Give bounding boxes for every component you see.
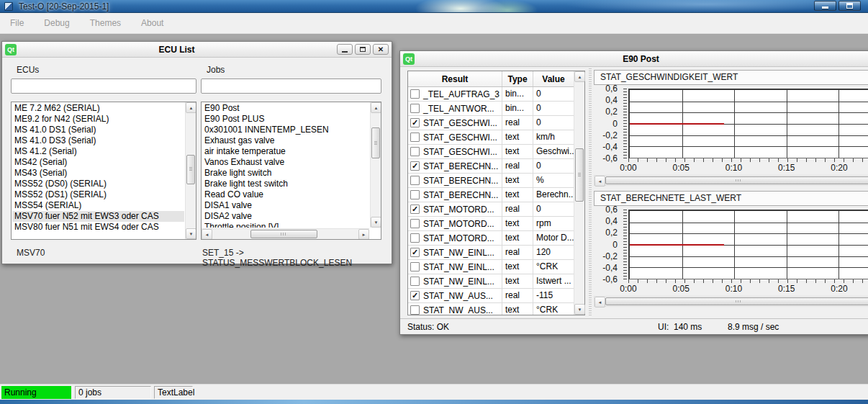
list-item[interactable]: MSV70 fuer N52 mit EWS3 oder CAS xyxy=(12,211,184,222)
minimize-button[interactable] xyxy=(814,1,836,11)
table-row[interactable]: _TEL_AUFTRAG_3bin...0 xyxy=(408,87,574,102)
list-item[interactable]: E90 Post PLUS xyxy=(202,114,369,125)
table-row[interactable]: ✓STAT_MOTORD...real0 xyxy=(408,202,574,217)
ecu-window-titlebar[interactable]: Qt ECU List ✕ xyxy=(2,42,392,58)
row-checkbox[interactable] xyxy=(410,233,420,243)
list-item[interactable]: MSS52 (DS0) (SERIAL) xyxy=(12,179,184,189)
row-checkbox[interactable] xyxy=(410,89,420,99)
list-item[interactable]: MSS54 (SERIAL) xyxy=(12,200,184,211)
scrollbar-track[interactable] xyxy=(212,229,358,239)
table-row[interactable]: ✓STAT_BERECHN...real0 xyxy=(408,159,574,174)
scrollbar-track[interactable] xyxy=(371,113,381,217)
row-checkbox[interactable]: ✓ xyxy=(410,161,420,171)
results-table-vscrollbar[interactable]: ▲ ▼ xyxy=(574,71,584,315)
scrollbar-track[interactable] xyxy=(574,82,584,304)
scrollbar-thumb[interactable] xyxy=(371,127,380,158)
maximize-button[interactable] xyxy=(838,1,861,11)
table-row[interactable]: ✓STAT_NW_EINL...real120 xyxy=(408,246,574,260)
header-value[interactable]: Value xyxy=(533,71,574,86)
scroll-left-button[interactable]: ◄ xyxy=(595,176,605,187)
header-result[interactable]: Result xyxy=(408,71,502,86)
scroll-right-button[interactable]: ► xyxy=(358,229,369,240)
menu-item-about[interactable]: About xyxy=(134,15,171,31)
table-row[interactable]: ✓STAT_GESCHWI...real0 xyxy=(408,116,574,130)
table-row[interactable]: STAT_BERECHN...textBerechn... xyxy=(408,188,574,202)
row-checkbox[interactable] xyxy=(410,190,420,199)
row-checkbox[interactable] xyxy=(410,305,420,315)
scrollbar-thumb[interactable] xyxy=(605,297,868,305)
list-item[interactable]: 0x301001 INNENTEMP_LESEN xyxy=(202,125,369,135)
header-type[interactable]: Type xyxy=(502,71,533,86)
chart-hscrollbar[interactable]: ◄ xyxy=(594,296,868,307)
row-checkbox[interactable] xyxy=(410,262,420,271)
ecu-close-button[interactable]: ✕ xyxy=(373,44,389,55)
table-row[interactable]: ✓STAT_NW_AUS...real-115 xyxy=(408,289,574,303)
scrollbar-thumb[interactable] xyxy=(605,176,868,184)
scrollbar-track[interactable] xyxy=(186,113,196,228)
list-item[interactable]: Read CO value xyxy=(202,189,369,200)
ecu-minimize-button[interactable] xyxy=(337,44,353,55)
row-checkbox[interactable] xyxy=(410,277,420,286)
table-row[interactable]: STAT_NW_EINL...textIstwert ... xyxy=(408,274,574,289)
scroll-down-button[interactable]: ▼ xyxy=(574,304,585,315)
table-row[interactable]: STAT_GESCHWI...textkm/h xyxy=(408,130,574,145)
table-row[interactable]: _TEL_ANTWOR...bin...0 xyxy=(408,102,574,116)
row-checkbox[interactable] xyxy=(410,219,420,228)
row-checkbox[interactable]: ✓ xyxy=(410,248,420,257)
list-item[interactable]: MS 41.0 DS3 (Serial) xyxy=(12,135,184,146)
list-item[interactable]: MS 41.2 (Serial) xyxy=(12,146,184,157)
list-item[interactable]: air intake temperatue xyxy=(202,146,369,157)
scrollbar-thumb[interactable] xyxy=(186,155,195,185)
menu-item-themes[interactable]: Themes xyxy=(83,15,128,31)
table-row[interactable]: STAT_MOTORD...textMotor D... xyxy=(408,231,574,246)
list-item[interactable]: Vanos Exhaust valve xyxy=(202,157,369,168)
ecu-maximize-button[interactable] xyxy=(355,44,371,55)
row-checkbox[interactable]: ✓ xyxy=(410,291,420,300)
scroll-up-button[interactable]: ▲ xyxy=(186,102,196,113)
table-charts-splitter[interactable] xyxy=(588,68,592,316)
list-item[interactable]: E90 Post xyxy=(202,103,369,114)
table-row[interactable]: STAT_BERECHN...text% xyxy=(408,174,574,188)
table-row[interactable]: STAT_MOTORD...textrpm xyxy=(408,217,574,231)
row-checkbox[interactable] xyxy=(410,147,420,156)
row-checkbox[interactable] xyxy=(410,176,420,185)
ecu-filter-input[interactable] xyxy=(11,78,196,94)
list-item[interactable]: DISA1 valve xyxy=(202,200,369,211)
scroll-up-button[interactable]: ▲ xyxy=(371,102,381,113)
scroll-down-button[interactable]: ▼ xyxy=(186,228,196,239)
list-item[interactable]: DISA2 valve xyxy=(202,211,369,222)
list-item[interactable]: Brake light switch xyxy=(202,168,369,179)
list-item[interactable]: Brake light test switch xyxy=(202,179,369,189)
menu-item-debug[interactable]: Debug xyxy=(37,15,76,31)
scrollbar-track[interactable] xyxy=(605,176,868,185)
row-checkbox[interactable] xyxy=(410,133,420,142)
row-checkbox[interactable] xyxy=(410,104,420,113)
ecu-list-vscrollbar[interactable]: ▲ ▼ xyxy=(185,102,196,239)
scroll-left-button[interactable]: ◄ xyxy=(595,297,605,308)
scrollbar-thumb[interactable] xyxy=(250,230,317,238)
list-item[interactable]: ME9.2 for N42 (SERIAL) xyxy=(12,114,184,125)
jobs-list-vscrollbar[interactable]: ▲ ▼ xyxy=(370,102,381,228)
list-item[interactable]: MS43 (Serial) xyxy=(12,168,184,179)
table-row[interactable]: STAT_GESCHWI...textGeschwi... xyxy=(408,145,574,159)
chart-hscrollbar[interactable]: ◄ xyxy=(594,175,868,186)
list-item[interactable]: MSS52 (DS1) (SERIAL) xyxy=(12,189,184,200)
table-row[interactable]: STAT_NW_AUS...text°CRK xyxy=(408,303,574,315)
row-checkbox[interactable]: ✓ xyxy=(410,118,420,127)
list-item[interactable]: Exhaust gas valve xyxy=(202,135,369,146)
list-item[interactable]: Throttle position [V] xyxy=(202,222,369,228)
list-item[interactable]: ME 7.2 M62 (SERIAL) xyxy=(12,103,184,114)
menu-item-file[interactable]: File xyxy=(3,15,31,31)
table-row[interactable]: STAT_NW_EINL...text°CRK xyxy=(408,260,574,274)
list-item[interactable]: MSV80 fuer N51 mit EWS4 oder CAS xyxy=(12,222,184,233)
e90-window-titlebar[interactable]: Qt E90 Post xyxy=(400,51,868,67)
scroll-down-button[interactable]: ▼ xyxy=(371,217,381,228)
list-item[interactable]: MS 41.0 DS1 (Serial) xyxy=(12,125,184,135)
list-item[interactable]: MS42 (Serial) xyxy=(12,157,184,168)
scrollbar-track[interactable] xyxy=(605,297,868,306)
scroll-left-button[interactable]: ◄ xyxy=(202,229,212,240)
job-filter-input[interactable] xyxy=(201,78,381,94)
scrollbar-thumb[interactable] xyxy=(575,148,584,202)
row-checkbox[interactable]: ✓ xyxy=(410,205,420,214)
scroll-up-button[interactable]: ▲ xyxy=(574,71,585,82)
